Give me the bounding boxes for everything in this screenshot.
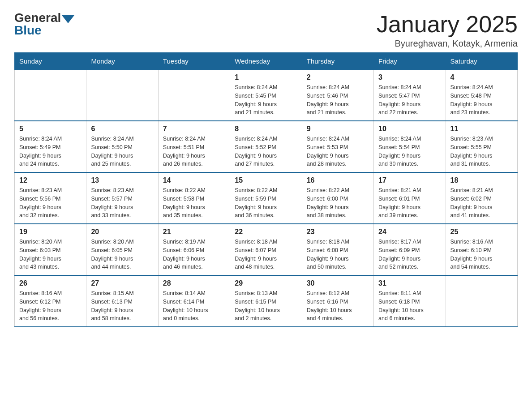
calendar-cell: 6Sunrise: 8:24 AMSunset: 5:50 PMDaylight… [86, 121, 158, 172]
day-number: 25 [450, 228, 513, 236]
day-info: Sunrise: 8:16 AMSunset: 6:12 PMDaylight:… [19, 289, 82, 323]
day-info: Sunrise: 8:21 AMSunset: 6:02 PMDaylight:… [450, 186, 513, 220]
day-info: Sunrise: 8:22 AMSunset: 5:59 PMDaylight:… [235, 186, 297, 220]
day-number: 3 [378, 73, 441, 81]
day-info: Sunrise: 8:11 AMSunset: 6:18 PMDaylight:… [378, 289, 441, 323]
logo-blue-text: Blue [14, 23, 42, 38]
day-info: Sunrise: 8:24 AMSunset: 5:53 PMDaylight:… [307, 135, 369, 168]
calendar-cell: 27Sunrise: 8:15 AMSunset: 6:13 PMDayligh… [86, 275, 158, 327]
calendar-cell: 18Sunrise: 8:21 AMSunset: 6:02 PMDayligh… [446, 172, 517, 224]
day-info: Sunrise: 8:24 AMSunset: 5:50 PMDaylight:… [91, 135, 153, 168]
day-info: Sunrise: 8:23 AMSunset: 5:55 PMDaylight:… [450, 135, 513, 168]
calendar-cell: 1Sunrise: 8:24 AMSunset: 5:45 PMDaylight… [230, 70, 302, 121]
weekday-header-row: SundayMondayTuesdayWednesdayThursdayFrid… [15, 53, 518, 70]
weekday-header-monday: Monday [86, 53, 158, 70]
day-number: 23 [307, 228, 369, 236]
calendar-header: SundayMondayTuesdayWednesdayThursdayFrid… [15, 53, 518, 70]
day-number: 28 [163, 279, 225, 287]
logo-arrow-icon [62, 15, 74, 23]
day-info: Sunrise: 8:15 AMSunset: 6:13 PMDaylight:… [91, 289, 153, 323]
calendar-cell: 2Sunrise: 8:24 AMSunset: 5:46 PMDaylight… [302, 70, 373, 121]
day-number: 10 [378, 125, 441, 133]
calendar-week-3: 12Sunrise: 8:23 AMSunset: 5:56 PMDayligh… [15, 172, 518, 224]
day-number: 1 [235, 73, 297, 81]
location-text: Byureghavan, Kotayk, Armenia [377, 39, 518, 49]
day-info: Sunrise: 8:24 AMSunset: 5:52 PMDaylight:… [235, 135, 297, 168]
weekday-header-wednesday: Wednesday [230, 53, 302, 70]
calendar-cell [446, 275, 517, 327]
calendar-cell: 29Sunrise: 8:13 AMSunset: 6:15 PMDayligh… [230, 275, 302, 327]
calendar-cell: 13Sunrise: 8:23 AMSunset: 5:57 PMDayligh… [86, 172, 158, 224]
calendar-week-5: 26Sunrise: 8:16 AMSunset: 6:12 PMDayligh… [15, 275, 518, 327]
calendar-cell: 16Sunrise: 8:22 AMSunset: 6:00 PMDayligh… [302, 172, 373, 224]
calendar-cell: 26Sunrise: 8:16 AMSunset: 6:12 PMDayligh… [15, 275, 86, 327]
weekday-header-saturday: Saturday [446, 53, 517, 70]
calendar-cell: 31Sunrise: 8:11 AMSunset: 6:18 PMDayligh… [374, 275, 446, 327]
day-info: Sunrise: 8:24 AMSunset: 5:45 PMDaylight:… [235, 83, 297, 117]
calendar-cell [15, 70, 86, 121]
day-number: 8 [235, 125, 297, 133]
day-info: Sunrise: 8:24 AMSunset: 5:47 PMDaylight:… [378, 83, 441, 117]
day-number: 15 [235, 176, 297, 184]
weekday-header-tuesday: Tuesday [158, 53, 230, 70]
calendar-cell: 19Sunrise: 8:20 AMSunset: 6:03 PMDayligh… [15, 224, 86, 275]
day-number: 24 [378, 228, 441, 236]
day-info: Sunrise: 8:24 AMSunset: 5:46 PMDaylight:… [307, 83, 369, 117]
day-info: Sunrise: 8:14 AMSunset: 6:14 PMDaylight:… [163, 289, 225, 323]
calendar-cell: 4Sunrise: 8:24 AMSunset: 5:48 PMDaylight… [446, 70, 517, 121]
day-info: Sunrise: 8:18 AMSunset: 6:08 PMDaylight:… [307, 238, 369, 271]
calendar-cell: 5Sunrise: 8:24 AMSunset: 5:49 PMDaylight… [15, 121, 86, 172]
calendar-cell: 22Sunrise: 8:18 AMSunset: 6:07 PMDayligh… [230, 224, 302, 275]
day-number: 11 [450, 125, 513, 133]
day-number: 30 [307, 279, 369, 287]
logo: General Blue [14, 11, 74, 38]
day-info: Sunrise: 8:22 AMSunset: 5:58 PMDaylight:… [163, 186, 225, 220]
day-info: Sunrise: 8:18 AMSunset: 6:07 PMDaylight:… [235, 238, 297, 271]
day-number: 29 [235, 279, 297, 287]
day-number: 20 [91, 228, 153, 236]
calendar-cell: 21Sunrise: 8:19 AMSunset: 6:06 PMDayligh… [158, 224, 230, 275]
weekday-header-sunday: Sunday [15, 53, 86, 70]
calendar-cell: 3Sunrise: 8:24 AMSunset: 5:47 PMDaylight… [374, 70, 446, 121]
calendar-body: 1Sunrise: 8:24 AMSunset: 5:45 PMDaylight… [15, 70, 518, 327]
day-info: Sunrise: 8:13 AMSunset: 6:15 PMDaylight:… [235, 289, 297, 323]
day-number: 18 [450, 176, 513, 184]
calendar-table: SundayMondayTuesdayWednesdayThursdayFrid… [14, 52, 518, 327]
day-info: Sunrise: 8:23 AMSunset: 5:57 PMDaylight:… [91, 186, 153, 220]
calendar-cell: 9Sunrise: 8:24 AMSunset: 5:53 PMDaylight… [302, 121, 373, 172]
calendar-week-4: 19Sunrise: 8:20 AMSunset: 6:03 PMDayligh… [15, 224, 518, 275]
day-number: 31 [378, 279, 441, 287]
day-info: Sunrise: 8:23 AMSunset: 5:56 PMDaylight:… [19, 186, 82, 220]
calendar-cell: 25Sunrise: 8:16 AMSunset: 6:10 PMDayligh… [446, 224, 517, 275]
weekday-header-friday: Friday [374, 53, 446, 70]
day-number: 19 [19, 228, 82, 236]
day-number: 21 [163, 228, 225, 236]
calendar-cell: 7Sunrise: 8:24 AMSunset: 5:51 PMDaylight… [158, 121, 230, 172]
day-number: 27 [91, 279, 153, 287]
day-info: Sunrise: 8:16 AMSunset: 6:10 PMDaylight:… [450, 238, 513, 271]
calendar-cell: 30Sunrise: 8:12 AMSunset: 6:16 PMDayligh… [302, 275, 373, 327]
day-number: 17 [378, 176, 441, 184]
day-number: 9 [307, 125, 369, 133]
day-number: 4 [450, 73, 513, 81]
calendar-cell [158, 70, 230, 121]
calendar-cell: 15Sunrise: 8:22 AMSunset: 5:59 PMDayligh… [230, 172, 302, 224]
calendar-cell: 24Sunrise: 8:17 AMSunset: 6:09 PMDayligh… [374, 224, 446, 275]
day-info: Sunrise: 8:24 AMSunset: 5:51 PMDaylight:… [163, 135, 225, 168]
title-section: January 2025 Byureghavan, Kotayk, Armeni… [377, 11, 518, 49]
day-info: Sunrise: 8:19 AMSunset: 6:06 PMDaylight:… [163, 238, 225, 271]
day-info: Sunrise: 8:20 AMSunset: 6:05 PMDaylight:… [91, 238, 153, 271]
day-info: Sunrise: 8:17 AMSunset: 6:09 PMDaylight:… [378, 238, 441, 271]
day-info: Sunrise: 8:12 AMSunset: 6:16 PMDaylight:… [307, 289, 369, 323]
calendar-cell [86, 70, 158, 121]
day-number: 14 [163, 176, 225, 184]
day-number: 2 [307, 73, 369, 81]
calendar-cell: 17Sunrise: 8:21 AMSunset: 6:01 PMDayligh… [374, 172, 446, 224]
day-number: 7 [163, 125, 225, 133]
calendar-week-1: 1Sunrise: 8:24 AMSunset: 5:45 PMDaylight… [15, 70, 518, 121]
day-info: Sunrise: 8:21 AMSunset: 6:01 PMDaylight:… [378, 186, 441, 220]
day-info: Sunrise: 8:20 AMSunset: 6:03 PMDaylight:… [19, 238, 82, 271]
day-info: Sunrise: 8:24 AMSunset: 5:49 PMDaylight:… [19, 135, 82, 168]
day-number: 12 [19, 176, 82, 184]
calendar-week-2: 5Sunrise: 8:24 AMSunset: 5:49 PMDaylight… [15, 121, 518, 172]
